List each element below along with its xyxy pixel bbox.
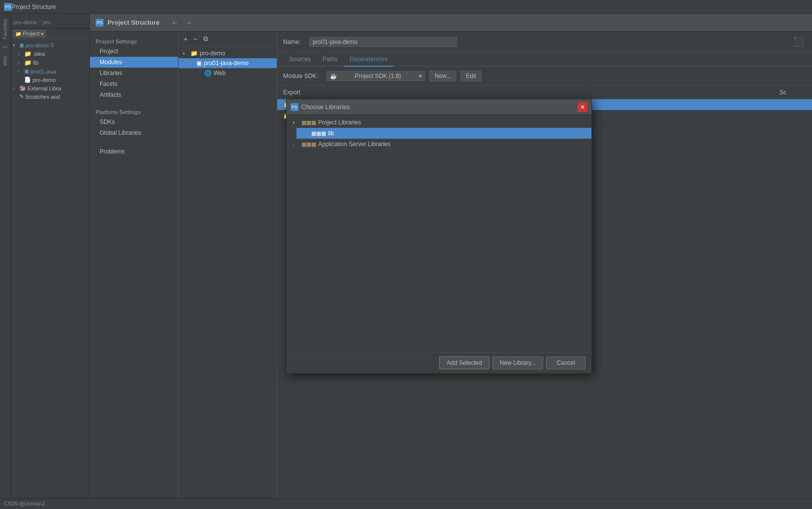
name-action-btn[interactable]: ⬛ [791,36,806,48]
dialog-close-btn[interactable]: ✕ [578,102,588,112]
ps-nav: Project Settings Project Modules Librari… [90,32,179,509]
cancel-btn[interactable]: Cancel [546,356,586,369]
dialog-title-label: Choose Libraries [301,103,350,111]
ps-nav-problems[interactable]: Problems [90,146,178,157]
title-bar-text: Project Structure [12,3,56,10]
bottom-text: CSDN @Ustinian2 [4,501,45,507]
project-structure-header: PS Project Structure ← → [90,14,812,32]
ps-nav-facets[interactable]: Facets [90,78,178,89]
add-module-btn[interactable]: + [182,34,189,44]
name-input[interactable] [309,37,457,47]
bottom-bar: CSDN @Ustinian2 [0,498,812,509]
dialog-tree-lib[interactable]: ▦▦▦ lib [296,128,591,139]
ps-title: Project Structure [108,19,159,26]
folder-icon: 📁 [190,50,198,57]
ps-tree-pro-demo[interactable]: ▾ 📁 pro-demo [179,48,277,58]
ps-tree-pro01-java-demo[interactable]: ▾ ▣ pro01-java-demo [179,58,277,68]
tab-dependencies[interactable]: Dependencies [344,53,394,67]
ps-platform-title: Platform Settings [90,106,178,117]
dialog-tree-project-libraries[interactable]: ▾ ▦▦▦ Project Libraries [287,117,591,128]
sdk-label: Module SDK: [283,73,323,79]
sdk-row: Module SDK: ☕ Project SDK (1.8) ▾ New...… [277,67,812,86]
export-header: Export Sc [277,86,812,99]
remove-module-btn[interactable]: − [191,34,199,44]
module-icon: ▣ [196,60,202,67]
nav-back-btn[interactable]: ← [169,18,180,28]
title-bar: PS Project Structure [0,0,812,14]
copy-module-btn[interactable]: ⧉ [201,34,210,44]
lib-icon: ▦▦▦ [311,130,326,137]
sdk-new-btn[interactable]: New... [429,71,456,81]
expand-project-lib: ▾ [293,120,299,125]
ps-nav-sdks[interactable]: SDKs [90,117,178,127]
ide-tree-external-lib[interactable]: › 📚 External Libra [11,84,89,92]
tabs-row: Sources Paths Dependencies [277,53,812,67]
breadcrumb-bar: pro-demo › pro [11,16,89,29]
ps-nav-modules[interactable]: Modules [90,57,178,68]
ide-tree-pro01[interactable]: › ▣ pro01-java [16,67,89,76]
dialog-footer: Add Selected New Library... Cancel [287,352,591,373]
tab-sources[interactable]: Sources [283,53,317,67]
breadcrumb-pro-demo[interactable]: pro-demo [14,19,37,25]
expand-app-server: › [293,142,299,147]
dialog-tree-app-server-libs[interactable]: › ▦▦▦ Application Server Libraries [287,139,591,150]
breadcrumb-pro[interactable]: pro [43,19,51,25]
ps-module-tree: ▾ 📁 pro-demo ▾ ▣ pro01-java-demo 🌐 Web [179,46,277,509]
project-selector[interactable]: 📁 Project ▾ [13,30,46,38]
strip-tab-web[interactable]: Web [1,53,9,69]
ps-settings-title: Project Settings [90,36,178,46]
left-strip: Favorites 2 Web [0,14,11,509]
sdk-select[interactable]: ☕ Project SDK (1.8) ▾ [327,71,425,81]
ps-center-toolbar: + − ⧉ [179,32,277,46]
web-icon: 🌐 [204,70,212,77]
ide-tree-scratches[interactable]: ✎ Scratches and [11,92,89,101]
ps-nav-libraries[interactable]: Libraries [90,68,178,78]
ide-sidebar-toolbar: 📁 Project ▾ [11,29,89,39]
ps-center: + − ⧉ ▾ 📁 pro-demo ▾ ▣ pro01-java-demo [179,32,277,509]
ide-tree-idea[interactable]: › 📁 .idea [16,49,89,58]
dialog-lib-icon: PS [291,103,298,111]
ps-tree-web[interactable]: 🌐 Web [179,68,277,78]
app-icon: PS [4,3,12,11]
tab-paths[interactable]: Paths [317,53,344,67]
ps-nav-project[interactable]: Project [90,46,178,57]
nav-forward-btn[interactable]: → [183,18,194,28]
ide-tree: ▾ ▣ pro-demo D › 📁 .idea › 📁 lib › ▣ pro… [11,41,89,101]
name-label: Name: [283,39,305,45]
ide-tree-lib[interactable]: › 📁 lib [16,58,89,67]
choose-libraries-title-bar: PS Choose Libraries ✕ [287,99,591,115]
strip-tab-2[interactable]: 2 [1,43,9,52]
lib-group-icon: ▦▦▦ [301,119,316,126]
ide-sidebar: pro-demo › pro 📁 Project ▾ ▾ ▣ pro-demo … [11,14,90,509]
choose-libraries-dialog: PS Choose Libraries ✕ ▾ ▦▦▦ Project Libr… [286,99,592,374]
dialog-tree: ▾ ▦▦▦ Project Libraries ▦▦▦ lib › ▦▦▦ Ap… [287,115,591,352]
sdk-edit-btn[interactable]: Edit [460,71,481,81]
ide-tree-pro-demo[interactable]: ▾ ▣ pro-demo D [11,41,89,49]
ps-icon: PS [96,19,104,27]
ps-nav-global-libraries[interactable]: Global Libraries [90,127,178,138]
ide-tree-pro-demo-file[interactable]: 📄 pro-demo [16,76,89,84]
strip-tab-favorites[interactable]: Favorites [1,16,9,42]
ps-nav-artifacts[interactable]: Artifacts [90,89,178,100]
dialog-title-content: PS Choose Libraries [291,103,350,111]
app-server-lib-icon: ▦▦▦ [301,141,316,148]
new-library-btn[interactable]: New Library... [492,356,543,369]
add-selected-btn[interactable]: Add Selected [439,356,489,369]
name-row: Name: ⬛ [277,32,812,53]
